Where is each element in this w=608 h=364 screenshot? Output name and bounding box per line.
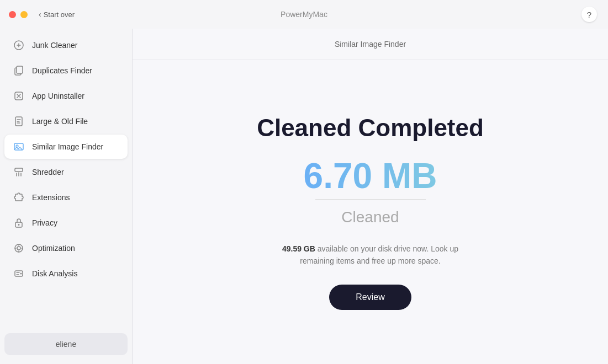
- sidebar-label-similar-image-finder: Similar Image Finder: [32, 142, 103, 151]
- start-over-button[interactable]: ‹ Start over: [39, 10, 75, 19]
- sidebar-item-extensions[interactable]: Extensions: [4, 185, 128, 210]
- sidebar-item-large-old-file[interactable]: Large & Old File: [4, 109, 128, 133]
- content-area: Similar Image Finder Cleaned Completed 6…: [133, 29, 608, 364]
- sidebar: Junk CleanerDuplicates FinderApp Uninsta…: [0, 29, 133, 364]
- privacy-icon: [12, 216, 25, 229]
- duplicates-finder-icon: [12, 64, 25, 77]
- app-title: PowerMyMac: [281, 10, 327, 19]
- sidebar-item-similar-image-finder[interactable]: Similar Image Finder: [4, 135, 128, 159]
- main-layout: Junk CleanerDuplicates FinderApp Uninsta…: [0, 29, 608, 364]
- app-uninstaller-icon: [12, 89, 25, 103]
- sidebar-footer-user[interactable]: eliene: [4, 333, 128, 355]
- start-over-label: Start over: [44, 10, 75, 19]
- sidebar-item-junk-cleaner[interactable]: Junk Cleaner: [4, 33, 128, 57]
- shredder-icon: [12, 165, 25, 179]
- review-button[interactable]: Review: [329, 285, 411, 310]
- junk-cleaner-icon: [12, 39, 25, 52]
- cleaned-size: 6.70 MB: [304, 158, 437, 194]
- help-button[interactable]: ?: [581, 7, 597, 22]
- minimize-button[interactable]: [20, 11, 28, 18]
- svg-point-9: [18, 224, 20, 226]
- sidebar-label-disk-analysis: Disk Analysis: [32, 269, 77, 278]
- sidebar-item-privacy[interactable]: Privacy: [4, 211, 128, 235]
- sidebar-label-optimization: Optimization: [32, 244, 75, 253]
- sidebar-label-app-uninstaller: App Uninstaller: [32, 92, 84, 100]
- cleaned-title: Cleaned Completed: [257, 114, 484, 142]
- sidebar-item-disk-analysis[interactable]: Disk Analysis: [4, 261, 128, 286]
- optimization-icon: [12, 242, 25, 255]
- svg-point-6: [16, 145, 18, 147]
- sidebar-item-duplicates-finder[interactable]: Duplicates Finder: [4, 58, 128, 83]
- sidebar-items: Junk CleanerDuplicates FinderApp Uninsta…: [0, 33, 132, 329]
- titlebar: ‹ Start over PowerMyMac ?: [0, 0, 608, 29]
- svg-point-11: [17, 247, 20, 250]
- chevron-left-icon: ‹: [39, 10, 41, 19]
- disk-analysis-icon: [12, 267, 25, 280]
- svg-point-13: [20, 273, 22, 275]
- sidebar-label-junk-cleaner: Junk Cleaner: [32, 41, 78, 50]
- svg-rect-2: [17, 66, 23, 73]
- sidebar-item-shredder[interactable]: Shredder: [4, 160, 128, 184]
- extensions-icon: [12, 191, 25, 204]
- svg-rect-7: [15, 168, 23, 172]
- similar-image-finder-icon: [12, 140, 25, 153]
- cleaned-label: Cleaned: [341, 208, 399, 226]
- close-button[interactable]: [9, 11, 16, 18]
- sidebar-label-privacy: Privacy: [32, 218, 57, 227]
- disk-message: available on your disk drive now. Look u…: [300, 244, 458, 265]
- sidebar-item-app-uninstaller[interactable]: App Uninstaller: [4, 84, 128, 108]
- large-old-file-icon: [12, 115, 25, 128]
- content-header: Similar Image Finder: [133, 29, 608, 60]
- sidebar-label-large-old-file: Large & Old File: [32, 117, 88, 126]
- traffic-lights: [9, 11, 28, 18]
- sidebar-label-extensions: Extensions: [32, 193, 70, 202]
- divider: [315, 199, 426, 200]
- content-body: Cleaned Completed 6.70 MB Cleaned 49.59 …: [133, 60, 608, 364]
- sidebar-label-shredder: Shredder: [32, 168, 64, 176]
- disk-size: 49.59 GB: [282, 244, 315, 253]
- sidebar-item-optimization[interactable]: Optimization: [4, 236, 128, 260]
- sidebar-label-duplicates-finder: Duplicates Finder: [32, 66, 92, 75]
- disk-info: 49.59 GB available on your disk drive no…: [277, 243, 464, 267]
